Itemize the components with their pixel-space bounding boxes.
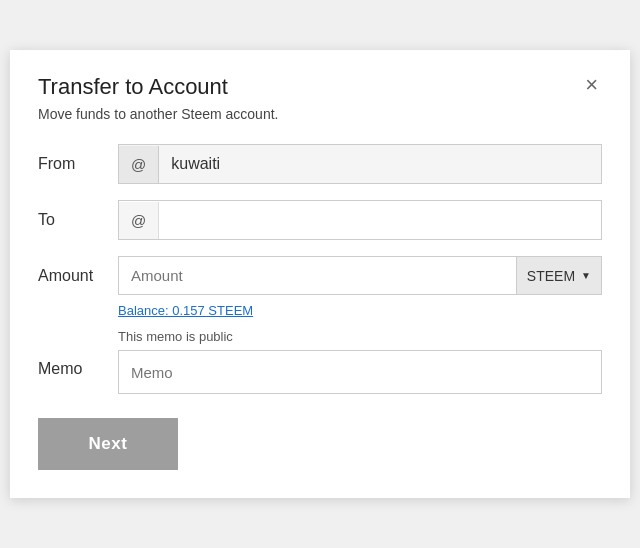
currency-selector[interactable]: STEEM ▼ (516, 257, 601, 294)
from-input-group: @ (118, 144, 602, 184)
from-label: From (38, 155, 118, 173)
to-input[interactable] (159, 201, 601, 239)
next-button[interactable]: Next (38, 418, 178, 470)
amount-input[interactable] (119, 257, 516, 294)
chevron-down-icon: ▼ (581, 270, 591, 281)
amount-input-group: STEEM ▼ (118, 256, 602, 295)
memo-input[interactable] (118, 350, 602, 394)
memo-label: Memo (38, 350, 118, 378)
currency-label: STEEM (527, 268, 575, 284)
dialog-header: Transfer to Account × (38, 74, 602, 100)
balance-row: Balance: 0.157 STEEM (118, 301, 602, 319)
from-input[interactable] (159, 145, 601, 183)
amount-row: Amount STEEM ▼ (38, 256, 602, 295)
to-input-group: @ (118, 200, 602, 240)
memo-row: Memo (38, 350, 602, 394)
to-row: To @ (38, 200, 602, 240)
dialog-subtitle: Move funds to another Steem account. (38, 106, 602, 122)
transfer-dialog: Transfer to Account × Move funds to anot… (10, 50, 630, 498)
to-label: To (38, 211, 118, 229)
dialog-title: Transfer to Account (38, 74, 228, 100)
balance-text[interactable]: Balance: 0.157 STEEM (118, 303, 253, 318)
to-at-symbol: @ (119, 202, 159, 239)
from-at-symbol: @ (119, 146, 159, 183)
from-row: From @ (38, 144, 602, 184)
amount-label: Amount (38, 267, 118, 285)
close-button[interactable]: × (581, 74, 602, 96)
memo-note: This memo is public (118, 329, 602, 344)
